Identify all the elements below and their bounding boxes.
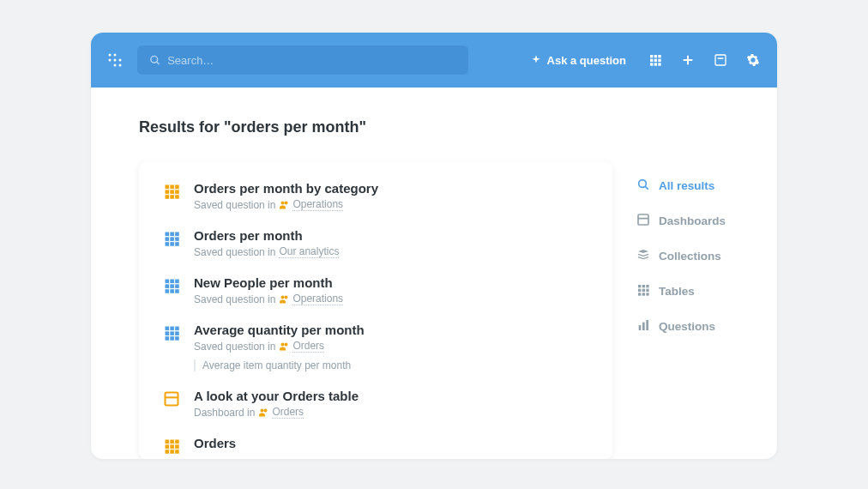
- svg-rect-55: [175, 327, 179, 331]
- svg-rect-87: [638, 293, 641, 295]
- plus-sparkle-icon: [530, 54, 542, 66]
- table-icon: [163, 183, 182, 202]
- svg-rect-16: [654, 63, 657, 65]
- page-title: Results for "orders per month": [139, 118, 729, 136]
- svg-point-3: [114, 59, 117, 62]
- filter-label: Dashboards: [659, 214, 726, 227]
- svg-point-2: [109, 59, 112, 62]
- dashboard-icon: [163, 390, 182, 409]
- svg-rect-90: [639, 325, 642, 330]
- svg-rect-12: [650, 59, 653, 62]
- svg-rect-57: [170, 331, 174, 335]
- svg-rect-10: [654, 55, 657, 57]
- svg-rect-33: [166, 232, 170, 237]
- result-title: Orders per month by category: [194, 181, 588, 196]
- svg-rect-34: [170, 232, 174, 237]
- table-icon: [163, 277, 182, 296]
- svg-line-8: [157, 62, 160, 64]
- svg-point-31: [281, 201, 285, 204]
- svg-point-66: [261, 408, 264, 412]
- verified-icon: [279, 200, 289, 210]
- svg-rect-92: [646, 320, 648, 330]
- svg-point-67: [264, 408, 268, 412]
- svg-rect-61: [175, 336, 179, 341]
- ask-question-button[interactable]: Ask a question: [523, 54, 633, 67]
- result-title: Orders per month: [194, 228, 588, 243]
- filter-label: Collections: [659, 250, 721, 263]
- svg-rect-43: [170, 280, 174, 284]
- archive-icon[interactable]: [710, 53, 731, 67]
- svg-rect-20: [715, 55, 726, 65]
- svg-point-63: [285, 342, 288, 346]
- svg-rect-60: [170, 336, 174, 341]
- svg-rect-54: [170, 327, 174, 331]
- result-location-link[interactable]: Orders: [292, 340, 324, 353]
- svg-rect-46: [170, 284, 174, 288]
- filter-all-results[interactable]: All results: [636, 178, 726, 194]
- svg-point-52: [285, 295, 288, 299]
- svg-rect-89: [646, 293, 648, 295]
- result-meta: Saved question in Our analytics: [194, 245, 588, 258]
- grid-menu-icon[interactable]: [645, 53, 666, 67]
- result-item[interactable]: Orders per month by categorySaved questi…: [163, 181, 588, 228]
- svg-rect-13: [654, 59, 657, 62]
- result-location-link[interactable]: Orders: [272, 406, 304, 419]
- svg-point-77: [639, 180, 647, 188]
- result-item[interactable]: A look at your Orders tableDashboard in …: [163, 389, 588, 436]
- svg-rect-85: [642, 289, 645, 292]
- verified-icon: [279, 341, 289, 352]
- svg-rect-59: [166, 336, 170, 341]
- svg-rect-69: [170, 440, 174, 444]
- result-item[interactable]: Orders: [163, 436, 588, 459]
- svg-rect-50: [175, 289, 179, 293]
- svg-rect-81: [638, 285, 641, 287]
- verified-icon: [279, 294, 289, 305]
- table-icon: [163, 438, 182, 456]
- result-location-link[interactable]: Operations: [292, 293, 343, 305]
- result-item[interactable]: Orders per monthSaved question in Our an…: [163, 228, 588, 275]
- svg-rect-17: [658, 63, 660, 65]
- svg-point-0: [109, 54, 112, 57]
- settings-icon[interactable]: [743, 53, 763, 67]
- result-item[interactable]: New People per monthSaved question in Op…: [163, 275, 588, 323]
- content-area: Results for "orders per month" Orders pe…: [91, 88, 777, 459]
- svg-point-32: [285, 201, 288, 204]
- svg-rect-28: [166, 195, 170, 199]
- result-title: New People per month: [194, 275, 588, 290]
- svg-rect-68: [166, 440, 170, 444]
- svg-rect-79: [638, 214, 648, 225]
- svg-rect-86: [646, 289, 648, 292]
- add-icon[interactable]: [678, 53, 698, 67]
- result-title: Average quantity per month: [194, 323, 588, 337]
- app-window: Ask a question Results for "orders per m…: [91, 33, 777, 459]
- result-meta: Saved question in Operations: [194, 293, 588, 305]
- svg-line-78: [645, 186, 648, 189]
- search-input-wrapper[interactable]: [137, 45, 468, 75]
- filter-questions[interactable]: Questions: [636, 318, 726, 335]
- svg-rect-35: [175, 232, 179, 237]
- filter-collections[interactable]: Collections: [636, 248, 726, 264]
- logo-icon[interactable]: [105, 50, 125, 70]
- svg-rect-45: [166, 284, 170, 288]
- svg-rect-56: [166, 331, 170, 335]
- result-item[interactable]: Average quantity per monthSaved question…: [163, 323, 588, 389]
- filter-dashboards[interactable]: Dashboards: [636, 213, 726, 229]
- svg-rect-30: [175, 195, 179, 199]
- result-location-link[interactable]: Our analytics: [279, 245, 339, 258]
- svg-rect-14: [658, 59, 660, 62]
- search-input[interactable]: [167, 54, 456, 67]
- svg-rect-82: [642, 285, 645, 287]
- result-meta: Dashboard in Orders: [194, 406, 588, 419]
- svg-rect-24: [175, 185, 179, 190]
- filter-tables[interactable]: Tables: [636, 283, 726, 299]
- svg-rect-38: [175, 237, 179, 241]
- table-icon: [163, 230, 182, 249]
- result-title: A look at your Orders table: [194, 389, 588, 403]
- result-location-link[interactable]: Operations: [292, 198, 343, 211]
- svg-rect-72: [170, 444, 174, 449]
- svg-rect-44: [175, 280, 179, 284]
- dashboard-icon: [636, 213, 650, 229]
- svg-rect-73: [175, 444, 179, 449]
- svg-rect-41: [175, 242, 179, 246]
- result-meta: Saved question in Operations: [194, 198, 588, 211]
